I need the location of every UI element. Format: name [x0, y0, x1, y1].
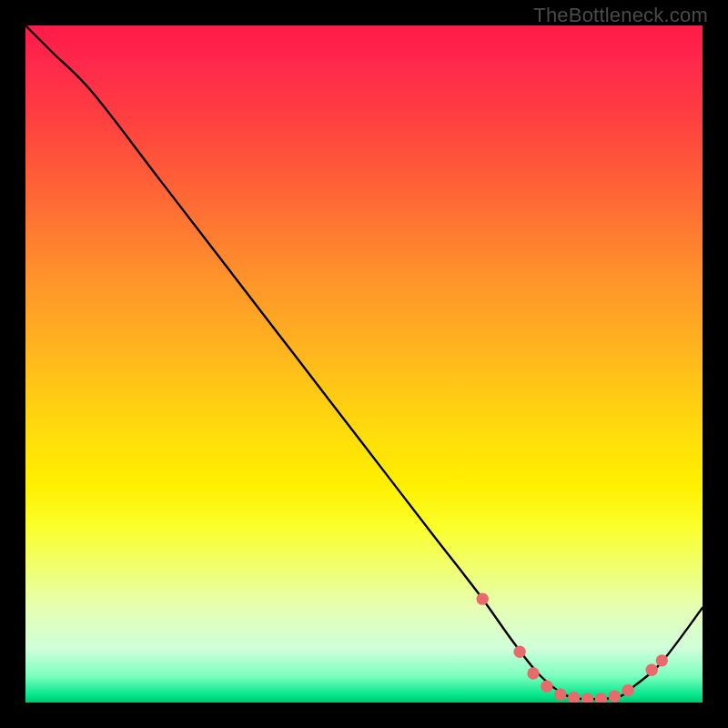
chart-marker: [554, 688, 566, 700]
chart-marker: [609, 691, 621, 703]
chart-marker: [595, 693, 607, 703]
chart-plot-area: [25, 25, 703, 703]
chart-marker: [646, 664, 658, 676]
chart-marker: [477, 592, 489, 604]
watermark-text: TheBottleneck.com: [533, 4, 708, 27]
chart-marker: [622, 684, 633, 696]
chart-marker: [656, 654, 668, 666]
chart-marker: [581, 693, 593, 703]
chart-marker: [513, 646, 525, 658]
chart-marker: [527, 667, 539, 679]
chart-curve: [25, 25, 703, 699]
chart-svg: [25, 25, 703, 703]
chart-marker: [568, 692, 580, 703]
chart-marker: [541, 680, 552, 692]
chart-markers: [477, 592, 669, 703]
